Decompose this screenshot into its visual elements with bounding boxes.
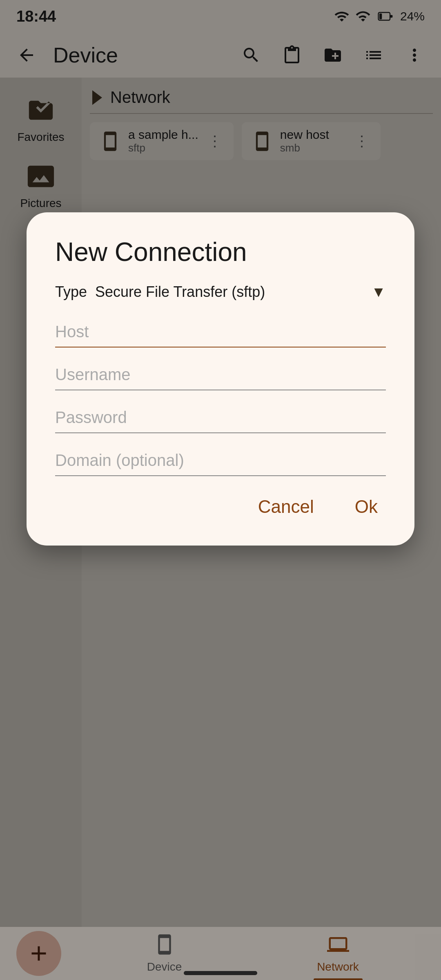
dropdown-arrow-icon: ▼ [371, 283, 386, 301]
new-connection-dialog: New Connection Type Secure File Transfer… [27, 212, 414, 546]
domain-input[interactable] [55, 445, 386, 476]
host-input[interactable] [55, 317, 386, 347]
type-value: Secure File Transfer (sftp) [95, 283, 265, 301]
type-select[interactable]: Secure File Transfer (sftp) ▼ [95, 283, 386, 301]
domain-field-container [55, 445, 386, 476]
type-label: Type [55, 283, 87, 301]
ok-button[interactable]: Ok [347, 492, 386, 521]
password-input[interactable] [55, 403, 386, 433]
dialog-buttons: Cancel Ok [55, 492, 386, 521]
dialog-title: New Connection [55, 237, 386, 267]
username-field-container [55, 360, 386, 390]
host-field-container [55, 317, 386, 347]
password-field-container [55, 403, 386, 433]
username-input[interactable] [55, 360, 386, 390]
cancel-button[interactable]: Cancel [250, 492, 322, 521]
type-row: Type Secure File Transfer (sftp) ▼ [55, 283, 386, 301]
